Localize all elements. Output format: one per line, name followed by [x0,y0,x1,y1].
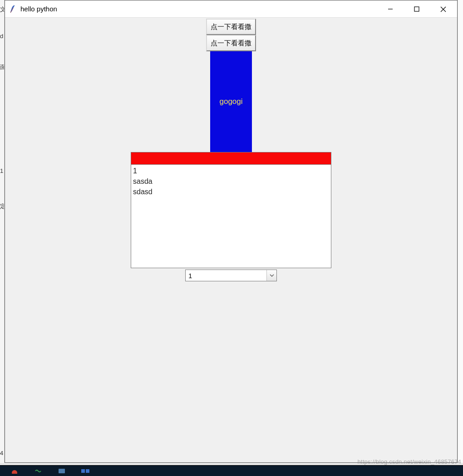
client-area: 点一下看看撒 点一下看看撒 gogogi [5,18,457,462]
svg-rect-6 [81,469,85,473]
window-title: hello python [20,5,377,13]
svg-point-4 [12,470,17,474]
taskbar-icon-1[interactable] [9,467,20,475]
background-editor-right [458,0,463,463]
combobox-wrap [185,270,277,281]
button-1[interactable]: 点一下看看撒 [206,19,256,35]
close-button[interactable] [430,0,456,18]
label-gogogi: gogogi [210,51,252,152]
taskbar[interactable] [0,465,463,476]
tk-window: hello python 点一下看看撒 点一下看看撒 gogogi [5,0,458,463]
svg-rect-7 [86,469,89,473]
background-editor-left: 文 d 面 1 定 4 [0,0,5,463]
entry-input[interactable] [131,152,331,165]
svg-rect-1 [414,7,419,11]
taskbar-icon-4[interactable] [80,467,91,475]
titlebar[interactable]: hello python [5,0,457,18]
taskbar-icon-3[interactable] [56,467,67,475]
minimize-button[interactable] [377,0,404,18]
text-widget[interactable] [131,165,331,268]
window-controls [377,0,456,17]
combobox[interactable] [185,270,277,281]
maximize-button[interactable] [404,0,430,18]
tk-feather-icon [9,5,16,14]
button-2[interactable]: 点一下看看撒 [206,35,256,51]
watermark-text: https://blog.csdn.net/weixin_46857674 [357,458,461,465]
svg-rect-5 [59,469,65,473]
taskbar-icon-2[interactable] [33,467,44,475]
label-text: gogogi [219,97,242,106]
